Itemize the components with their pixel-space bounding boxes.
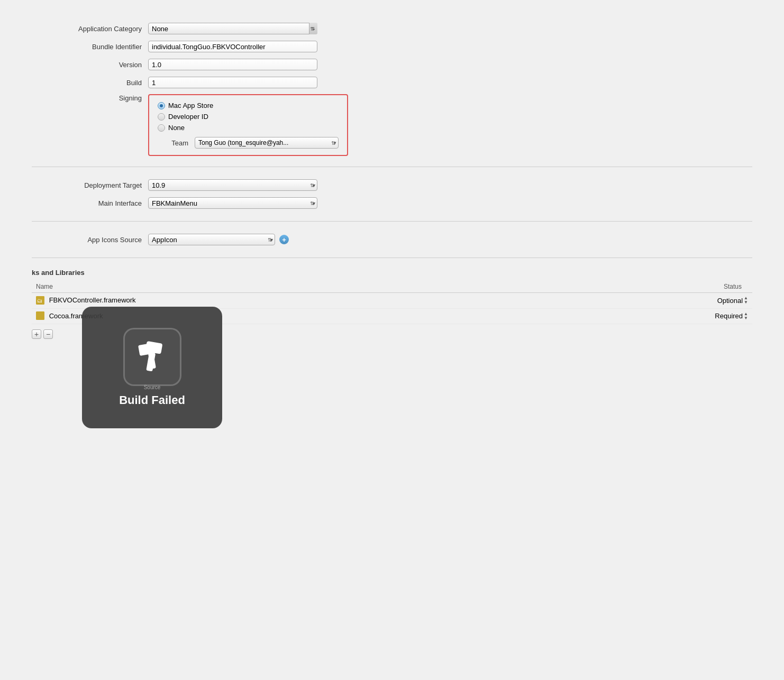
framework-icon-1: 🗂 bbox=[36, 296, 44, 305]
signing-radio-none[interactable] bbox=[158, 124, 165, 132]
app-icons-select[interactable]: AppIcon bbox=[148, 234, 275, 245]
signing-box: Mac App Store Developer ID None Team bbox=[148, 94, 348, 156]
col-status: Status bbox=[552, 281, 752, 293]
version-label: Version bbox=[32, 61, 148, 69]
signing-none-label: None bbox=[168, 124, 185, 132]
svg-rect-2 bbox=[36, 311, 44, 320]
signing-option-developer-id[interactable]: Developer ID bbox=[158, 113, 213, 121]
build-input[interactable] bbox=[148, 77, 317, 88]
deployment-target-label: Deployment Target bbox=[32, 181, 148, 189]
status-value-1: Optional bbox=[717, 297, 743, 305]
status-cell-2: Required ▲ ▼ bbox=[552, 308, 752, 324]
build-icon-wrapper: Source bbox=[123, 328, 181, 386]
add-framework-button[interactable]: + bbox=[32, 329, 41, 339]
team-select[interactable]: Tong Guo (tong_esquire@yah... bbox=[195, 137, 339, 149]
source-label: Source bbox=[144, 384, 161, 390]
app-category-dropdown-arrow: ⇅ bbox=[309, 23, 317, 34]
status-cell-1: Optional ▲ ▼ bbox=[552, 293, 752, 309]
main-interface-select[interactable]: FBKMainMenu bbox=[148, 197, 317, 209]
svg-text:🗂: 🗂 bbox=[37, 298, 42, 304]
build-failed-overlay: Source Build Failed bbox=[82, 307, 222, 428]
signing-radio-mac-app-store[interactable] bbox=[158, 102, 165, 109]
main-interface-label: Main Interface bbox=[32, 199, 148, 207]
app-category-select[interactable]: None bbox=[148, 23, 317, 34]
bundle-id-input[interactable] bbox=[148, 41, 317, 52]
app-category-label: Application Category bbox=[32, 25, 148, 33]
version-input[interactable] bbox=[148, 59, 317, 70]
signing-option-none[interactable]: None bbox=[158, 124, 213, 132]
signing-mac-app-store-label: Mac App Store bbox=[168, 102, 213, 109]
col-name: Name bbox=[32, 281, 552, 293]
team-label: Team bbox=[158, 139, 195, 147]
status-stepper-1[interactable]: ▲ ▼ bbox=[744, 296, 748, 305]
deployment-target-select[interactable]: 10.9 bbox=[148, 179, 317, 191]
divider-3 bbox=[32, 258, 752, 258]
framework-name-1: 🗂 FBKVOController.framework bbox=[32, 293, 552, 309]
build-failed-text: Build Failed bbox=[119, 393, 185, 407]
signing-option-mac-app-store[interactable]: Mac App Store bbox=[158, 102, 213, 109]
remove-framework-button[interactable]: − bbox=[43, 329, 53, 339]
status-stepper-2[interactable]: ▲ ▼ bbox=[744, 312, 748, 320]
framework-icon-2 bbox=[36, 311, 44, 320]
add-app-icon-button[interactable]: + bbox=[279, 235, 289, 244]
build-label: Build bbox=[32, 79, 148, 87]
status-wrapper-1[interactable]: Optional ▲ ▼ bbox=[717, 296, 748, 305]
signing-label: Signing bbox=[32, 94, 148, 102]
status-wrapper-2[interactable]: Required ▲ ▼ bbox=[715, 312, 748, 320]
frameworks-section-title: ks and Libraries bbox=[32, 269, 752, 277]
table-row: 🗂 FBKVOController.framework Optional ▲ ▼ bbox=[32, 293, 752, 309]
signing-radio-developer-id[interactable] bbox=[158, 113, 165, 121]
divider-2 bbox=[32, 221, 752, 222]
bundle-id-label: Bundle Identifier bbox=[32, 43, 148, 51]
app-icons-label: App Icons Source bbox=[32, 236, 148, 244]
hammer-icon bbox=[134, 338, 171, 376]
signing-options: Mac App Store Developer ID None bbox=[158, 102, 213, 132]
divider-1 bbox=[32, 167, 752, 167]
signing-developer-id-label: Developer ID bbox=[168, 113, 208, 121]
status-value-2: Required bbox=[715, 312, 743, 320]
